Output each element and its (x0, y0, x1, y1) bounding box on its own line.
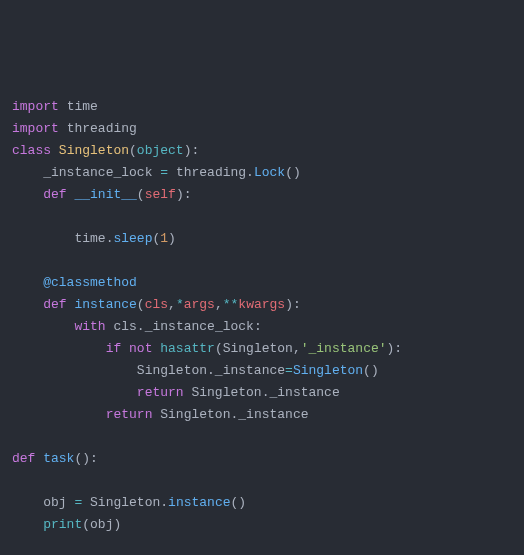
base-class: object (137, 143, 184, 158)
comma: , (293, 341, 301, 356)
builtin: print (43, 517, 82, 532)
identifier: threading (176, 165, 246, 180)
dot: . (207, 363, 215, 378)
identifier: time (74, 231, 105, 246)
function-name: instance (74, 297, 136, 312)
cls-param: cls (145, 297, 168, 312)
keyword-return: return (137, 385, 184, 400)
keyword-def: def (12, 451, 35, 466)
attribute: _instance (238, 407, 308, 422)
keyword-return: return (106, 407, 153, 422)
identifier: cls (113, 319, 136, 334)
colon: : (184, 187, 192, 202)
operator: = (160, 165, 168, 180)
function-call: sleep (113, 231, 152, 246)
param: kwargs (238, 297, 285, 312)
paren: ( (137, 187, 145, 202)
colon: : (90, 451, 98, 466)
module-name: threading (67, 121, 137, 136)
keyword-class: class (12, 143, 51, 158)
keyword-def: def (43, 297, 66, 312)
builtin: hasattr (160, 341, 215, 356)
paren: ) (113, 517, 121, 532)
paren: ) (82, 451, 90, 466)
paren: ( (137, 297, 145, 312)
identifier: Singleton (160, 407, 230, 422)
operator: = (285, 363, 293, 378)
paren: ( (129, 143, 137, 158)
function-call: Lock (254, 165, 285, 180)
paren: ) (293, 165, 301, 180)
keyword-if: if (106, 341, 122, 356)
attribute: _instance (269, 385, 339, 400)
comma: , (215, 297, 223, 312)
function-name: task (43, 451, 74, 466)
operator: = (74, 495, 82, 510)
paren: ( (215, 341, 223, 356)
function-name: __init__ (74, 187, 136, 202)
method-call: instance (168, 495, 230, 510)
dot: . (160, 495, 168, 510)
code-editor: import time import threading class Singl… (12, 96, 512, 555)
class-call: Singleton (293, 363, 363, 378)
comma: , (168, 297, 176, 312)
paren: ) (371, 363, 379, 378)
number: 1 (160, 231, 168, 246)
attribute: _instance_lock (43, 165, 152, 180)
keyword-import: import (12, 121, 59, 136)
colon: : (254, 319, 262, 334)
paren: ) (176, 187, 184, 202)
paren: ( (285, 165, 293, 180)
self-param: self (145, 187, 176, 202)
module-name: time (67, 99, 98, 114)
paren: ) (238, 495, 246, 510)
paren: ( (363, 363, 371, 378)
keyword-not: not (129, 341, 152, 356)
attribute: _instance (215, 363, 285, 378)
class-name: Singleton (59, 143, 129, 158)
colon: : (394, 341, 402, 356)
operator: ** (223, 297, 239, 312)
decorator: @classmethod (43, 275, 137, 290)
identifier: Singleton (137, 363, 207, 378)
identifier: Singleton (90, 495, 160, 510)
dot: . (246, 165, 254, 180)
dot: . (137, 319, 145, 334)
identifier: Singleton (223, 341, 293, 356)
keyword-with: with (74, 319, 105, 334)
string: '_instance' (301, 341, 387, 356)
attribute: _instance_lock (145, 319, 254, 334)
paren: ) (285, 297, 293, 312)
param: args (184, 297, 215, 312)
colon: : (293, 297, 301, 312)
variable: obj (43, 495, 66, 510)
argument: obj (90, 517, 113, 532)
identifier: Singleton (191, 385, 261, 400)
paren: ) (168, 231, 176, 246)
operator: * (176, 297, 184, 312)
paren: ( (82, 517, 90, 532)
keyword-import: import (12, 99, 59, 114)
colon: : (191, 143, 199, 158)
keyword-def: def (43, 187, 66, 202)
